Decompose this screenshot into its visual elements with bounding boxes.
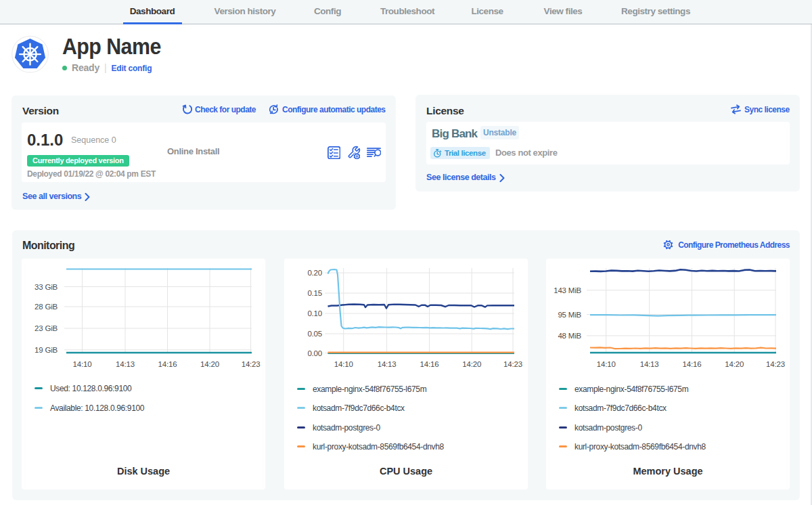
svg-text:14:13: 14:13 — [640, 360, 659, 368]
svg-text:0.05: 0.05 — [307, 330, 322, 338]
svg-text:14:13: 14:13 — [378, 360, 397, 368]
svg-text:14:23: 14:23 — [766, 360, 785, 368]
svg-text:0.10: 0.10 — [307, 309, 322, 317]
svg-text:33 GiB: 33 GiB — [35, 283, 58, 291]
svg-text:14:20: 14:20 — [462, 360, 481, 368]
svg-text:14:20: 14:20 — [200, 360, 219, 368]
svg-text:14:23: 14:23 — [503, 360, 522, 368]
svg-text:19 GiB: 19 GiB — [35, 346, 58, 354]
svg-text:14:16: 14:16 — [158, 360, 177, 368]
svg-text:0.20: 0.20 — [307, 269, 322, 277]
svg-text:14:20: 14:20 — [725, 360, 744, 368]
svg-text:14:10: 14:10 — [73, 360, 92, 368]
svg-text:14:10: 14:10 — [334, 360, 353, 368]
svg-text:23 GiB: 23 GiB — [35, 324, 58, 332]
svg-text:28 GiB: 28 GiB — [35, 303, 58, 311]
svg-text:14:16: 14:16 — [683, 360, 702, 368]
svg-text:14:23: 14:23 — [242, 360, 261, 368]
svg-text:143 MiB: 143 MiB — [554, 286, 581, 294]
svg-text:48 MiB: 48 MiB — [558, 332, 581, 340]
svg-text:14:13: 14:13 — [116, 360, 135, 368]
svg-text:14:10: 14:10 — [597, 360, 616, 368]
svg-text:95 MiB: 95 MiB — [558, 311, 581, 319]
svg-text:0.15: 0.15 — [307, 289, 322, 297]
svg-text:0.00: 0.00 — [307, 349, 322, 357]
svg-text:14:16: 14:16 — [420, 360, 439, 368]
